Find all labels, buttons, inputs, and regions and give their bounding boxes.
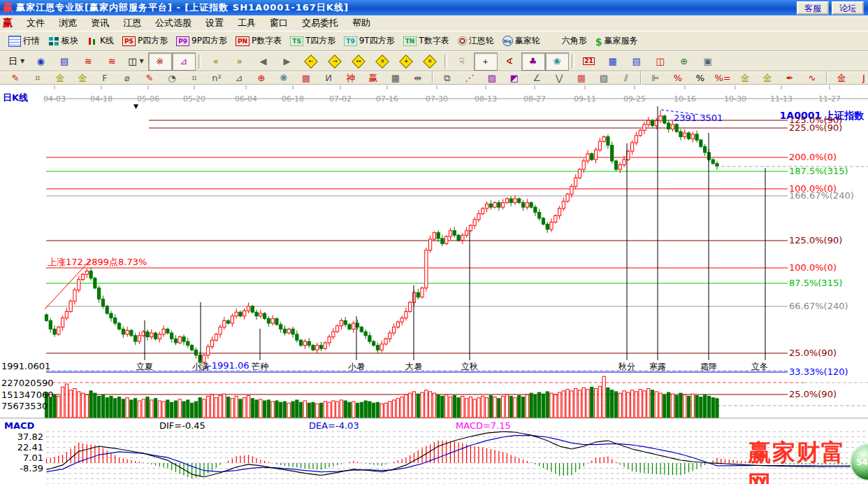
v-wave[interactable]: ⋁ <box>548 71 570 85</box>
diamond-cross[interactable]: × <box>370 52 394 71</box>
toolbar-button-P数字表[interactable]: PNP数字表 <box>231 32 286 50</box>
save-tool[interactable]: ◫ <box>649 52 672 71</box>
compass-tool[interactable]: ⊕ <box>250 71 273 85</box>
toolbar-button-板块[interactable]: 板块 <box>44 32 82 50</box>
wave-3[interactable]: ≋ <box>76 52 100 71</box>
gold-grid-1[interactable]: 金 <box>49 71 71 85</box>
candle <box>259 313 262 316</box>
notes-tool[interactable]: ▤ <box>625 52 649 71</box>
diamond-hspan[interactable]: ↔ <box>347 52 370 71</box>
shen-grid[interactable]: 神 <box>340 71 362 85</box>
info-list[interactable]: ▤ <box>52 52 76 71</box>
pattern-tool[interactable]: ※ <box>148 52 172 71</box>
gold-level[interactable]: 金 <box>756 71 779 85</box>
j-fan[interactable]: J <box>853 71 868 85</box>
period-day[interactable]: 日▼ <box>4 52 29 71</box>
star-web[interactable]: ❋ <box>273 71 295 85</box>
n-square[interactable]: n² <box>205 71 228 85</box>
web-grid[interactable]: ▩ <box>295 71 317 85</box>
fan-box[interactable]: ◩ <box>503 71 526 85</box>
gold-circle[interactable]: 金 <box>734 71 756 85</box>
angle-measure[interactable]: ∢ <box>498 52 521 71</box>
last-page[interactable]: » <box>228 52 252 71</box>
menu-item-6[interactable]: 工具 <box>231 15 263 31</box>
win-grid[interactable]: 赢 <box>362 71 384 85</box>
pencil-measure[interactable]: ✎ <box>138 71 161 85</box>
toolbar-button-T数字表[interactable]: TNT数字表 <box>399 32 454 50</box>
percent-tool[interactable]: % <box>689 71 711 85</box>
candle <box>194 350 197 355</box>
f-grid[interactable]: F <box>94 71 116 85</box>
wave-percent[interactable]: ∿ <box>801 71 823 85</box>
tree-tool[interactable]: ♣ <box>521 52 545 71</box>
scale-ruler[interactable]: ⊫ <box>644 71 667 85</box>
pencil-tool[interactable]: ✎ <box>4 71 27 85</box>
crosshair-tool[interactable]: ＋ <box>474 52 498 71</box>
box-ruler[interactable]: ▦ <box>384 71 407 85</box>
grid-arrow[interactable]: ▧ <box>593 71 615 85</box>
toolbar-button-K线[interactable]: K线 <box>82 32 118 50</box>
chart-canvas[interactable]: 日K线 1A0001 上证指数 ▼ 上涨172.2899点8.73% 2391.… <box>0 85 868 484</box>
menu-item-3[interactable]: 江恩 <box>116 15 148 31</box>
overlay-chart[interactable]: ◉ <box>29 52 52 71</box>
toolbar-button-9T四方形[interactable]: T99T四方形 <box>340 32 398 50</box>
world-clock-tool[interactable]: ⊕ <box>672 52 696 71</box>
date-label: 04-03 <box>41 94 68 104</box>
spiral-tool[interactable]: ⌀ <box>116 71 138 85</box>
period-day-icon: 日 <box>8 57 17 66</box>
menu-item-7[interactable]: 窗口 <box>263 15 295 31</box>
first-page[interactable]: « <box>204 52 228 71</box>
hand-tool[interactable]: ☟ <box>450 52 474 71</box>
menu-item-1[interactable]: 浏览 <box>52 15 84 31</box>
toolbar-button-赢家服务[interactable]: $赢家服务 <box>591 32 642 50</box>
toolbar-button-9P四方形[interactable]: P99P四方形 <box>172 32 231 50</box>
purple-fan[interactable]: ▨ <box>481 71 503 85</box>
gann-grid[interactable]: ⌗ <box>27 71 49 85</box>
menu-item-2[interactable]: 资讯 <box>84 15 116 31</box>
toolbar-button-label: 9P四方形 <box>191 35 227 47</box>
menu-item-8[interactable]: 交易委托 <box>295 15 345 31</box>
volume-profile[interactable]: ⊿ <box>172 52 196 71</box>
red-fan[interactable]: ⋰ <box>458 71 481 85</box>
percent-line[interactable]: %= <box>711 71 734 85</box>
red-grid[interactable]: ▦ <box>570 71 593 85</box>
wave-9[interactable]: ≋ <box>100 52 124 71</box>
percent-slash[interactable]: % <box>667 71 689 85</box>
brain-tool[interactable]: ❀ <box>545 52 569 71</box>
toolbar-button-赢家轮[interactable]: Big赢家轮 <box>498 32 544 50</box>
forum-button[interactable]: 论坛 <box>832 1 864 15</box>
toolbar-button-T四方形[interactable]: TST四方形 <box>286 32 340 50</box>
gold-fan[interactable]: 金 <box>830 71 853 85</box>
mirror-angle[interactable]: ⊿ <box>228 71 250 85</box>
toolbar-button-P四方形[interactable]: PSP四方形 <box>118 32 172 50</box>
menu-item-5[interactable]: 设置 <box>198 15 231 31</box>
menu-item-9[interactable]: 帮助 <box>345 15 377 31</box>
ink-angle[interactable]: ✒ <box>779 71 801 85</box>
candle <box>182 337 185 342</box>
menu-item-0[interactable]: 文件 <box>20 15 52 31</box>
box-tool[interactable]: ⧉ <box>436 71 458 85</box>
calendar-tool[interactable]: 21 <box>577 52 601 71</box>
toolbar-button-六角形[interactable]: 六角形 <box>544 32 591 50</box>
diamond-right[interactable]: → <box>323 52 347 71</box>
parallel-lines[interactable]: ⫽ <box>615 71 637 85</box>
width-arrows[interactable]: ⇹ <box>407 71 429 85</box>
prev-page[interactable]: ◀ <box>252 52 275 71</box>
angle-lines[interactable]: ∠ <box>526 71 548 85</box>
date-label: 06-04 <box>232 94 260 104</box>
price-ruler[interactable]: ⌗ <box>183 71 205 85</box>
diamond-left[interactable]: ← <box>299 52 323 71</box>
toolbar-button-行情[interactable]: 行情 <box>4 32 44 50</box>
diamond-star[interactable]: ✳ <box>418 52 442 71</box>
k-prime[interactable]: И <box>317 71 340 85</box>
next-page[interactable]: ▶ <box>275 52 299 71</box>
toolbar-button-江恩轮[interactable]: 江恩轮 <box>454 32 498 50</box>
support-button[interactable]: 客服 <box>797 1 829 15</box>
candle-style[interactable]: ◫▼ <box>124 52 147 71</box>
print-tool[interactable]: ▣ <box>696 52 720 71</box>
diamond-plus[interactable]: + <box>394 52 418 71</box>
menu-item-4[interactable]: 公式选股 <box>148 15 198 31</box>
gold-grid-2[interactable]: 金 <box>71 71 94 85</box>
clock-circle[interactable]: ◔ <box>161 71 183 85</box>
calculator-tool[interactable]: ▦ <box>601 52 625 71</box>
